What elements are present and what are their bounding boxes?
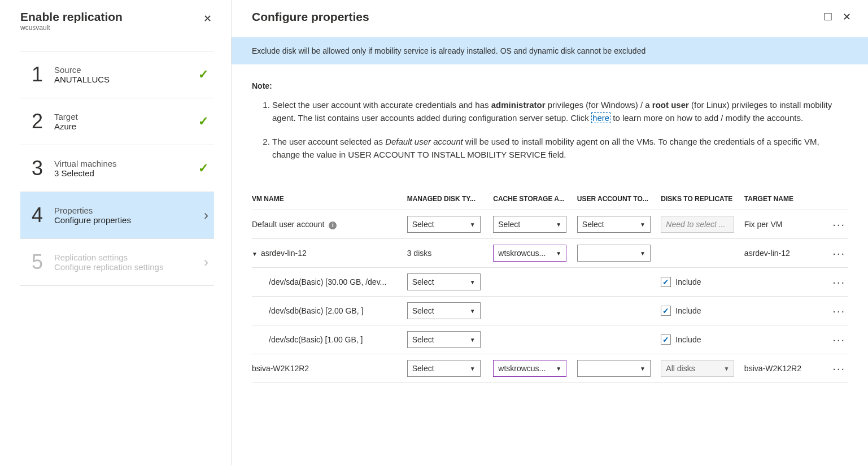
- checkmark-icon: ✓: [198, 161, 214, 176]
- user-account-select[interactable]: ▼: [577, 360, 651, 377]
- step-label: Target: [54, 112, 198, 121]
- blade-title: Enable replication: [20, 10, 201, 24]
- th-target-name: TARGET NAME: [744, 188, 825, 210]
- note-area: Note: Select the user account with accur…: [232, 64, 868, 177]
- user-account-select[interactable]: Select▼: [577, 216, 651, 233]
- table-row-vm: bsiva-W2K12R2 Select▼ wtskrowcus...▼ ▼ A…: [252, 354, 848, 383]
- disks-replicate-placeholder: Need to select ...: [661, 216, 734, 233]
- chevron-down-icon: ▼: [723, 366, 729, 372]
- chevron-down-icon: ▼: [470, 279, 476, 285]
- note-title: Note:: [252, 81, 839, 90]
- th-user-account: USER ACCOUNT TO...: [577, 188, 661, 210]
- checkmark-icon: ✓: [198, 114, 214, 129]
- managed-disk-select[interactable]: Select▼: [407, 273, 481, 290]
- chevron-down-icon: ▼: [640, 366, 645, 372]
- table-row-default: Default user account i Select▼ Select▼ S…: [252, 210, 848, 239]
- right-panel: Configure properties ☐ ✕ Exclude disk wi…: [232, 0, 868, 465]
- cache-storage-select[interactable]: wtskrowcus...▼: [493, 360, 566, 377]
- right-header: Configure properties ☐ ✕: [232, 0, 868, 37]
- step-number: 3: [32, 157, 54, 180]
- chevron-down-icon: ▼: [470, 308, 476, 314]
- note-item-2: The user account selected as Default use…: [272, 135, 839, 162]
- chevron-right-icon: ›: [204, 207, 214, 223]
- step-value: Configure properties: [54, 215, 204, 225]
- step-label: Replication settings: [54, 253, 204, 262]
- target-name: bsiva-W2K12R2: [744, 354, 825, 383]
- step-label: Virtual machines: [54, 159, 198, 168]
- step-number: 2: [32, 110, 54, 133]
- managed-disk-select[interactable]: Select▼: [407, 216, 481, 233]
- vm-name: Default user account: [252, 220, 324, 229]
- include-label: Include: [675, 306, 701, 315]
- target-name: asrdev-lin-12: [744, 239, 825, 268]
- include-checkbox[interactable]: ✓: [661, 334, 671, 345]
- expand-caret-icon[interactable]: ▼: [252, 251, 258, 257]
- chevron-down-icon: ▼: [556, 250, 561, 257]
- step-value: 3 Selected: [54, 168, 198, 178]
- more-actions-icon[interactable]: ···: [825, 297, 848, 325]
- include-checkbox[interactable]: ✓: [661, 306, 671, 316]
- step-properties[interactable]: 4 Properties Configure properties ›: [20, 192, 214, 238]
- step-target[interactable]: 2 Target Azure ✓: [20, 98, 214, 145]
- user-account-select[interactable]: ▼: [577, 245, 651, 262]
- more-actions-icon[interactable]: ···: [825, 210, 848, 239]
- steps-list: 1 Source ANUTALLUCS ✓ 2 Target Azure ✓ 3…: [0, 51, 231, 286]
- maximize-icon[interactable]: ☐: [813, 11, 832, 23]
- include-checkbox[interactable]: ✓: [661, 277, 671, 287]
- table-row-vm: ▼asrdev-lin-12 3 disks wtskrowcus...▼ ▼ …: [252, 239, 848, 268]
- managed-disk-text: 3 disks: [407, 239, 494, 268]
- table-row-disk: /dev/sdb(Basic) [2.00 GB, ] Select▼ ✓Inc…: [252, 297, 848, 325]
- managed-disk-select[interactable]: Select▼: [407, 331, 481, 348]
- step-value: Azure: [54, 121, 198, 131]
- th-managed-disk: MANAGED DISK TY...: [407, 188, 494, 210]
- table-row-disk: /dev/sda(Basic) [30.00 GB, /dev... Selec…: [252, 268, 848, 297]
- left-panel: Enable replication wcusvault ✕ 1 Source …: [0, 0, 232, 465]
- chevron-down-icon: ▼: [640, 250, 645, 257]
- step-number: 1: [32, 63, 54, 86]
- info-banner: Exclude disk will be allowed only if mob…: [232, 37, 868, 64]
- chevron-down-icon: ▼: [470, 221, 476, 228]
- close-icon[interactable]: ✕: [832, 11, 851, 23]
- step-number: 5: [32, 250, 54, 274]
- table-row-disk: /dev/sdc(Basic) [1.00 GB, ] Select▼ ✓Inc…: [252, 325, 848, 354]
- more-actions-icon[interactable]: ···: [825, 239, 848, 268]
- cache-storage-select[interactable]: Select▼: [493, 216, 566, 233]
- step-source[interactable]: 1 Source ANUTALLUCS ✓: [20, 51, 214, 98]
- more-actions-icon[interactable]: ···: [825, 325, 848, 354]
- note-list: Select the user account with accurate cr…: [252, 98, 839, 161]
- chevron-down-icon: ▼: [640, 221, 645, 228]
- disk-name: /dev/sdb(Basic) [2.00 GB, ]: [252, 297, 407, 325]
- vm-name: asrdev-lin-12: [261, 249, 307, 258]
- disk-name: /dev/sdc(Basic) [1.00 GB, ]: [252, 325, 407, 354]
- step-value: ANUTALLUCS: [54, 75, 198, 84]
- target-name: Fix per VM: [744, 210, 825, 239]
- th-vm-name: VM NAME: [252, 188, 407, 210]
- vm-table-area: VM NAME MANAGED DISK TY... CACHE STORAGE…: [232, 177, 868, 383]
- step-value: Configure replication settings: [54, 262, 204, 272]
- page-title: Configure properties: [252, 10, 813, 24]
- managed-disk-select[interactable]: Select▼: [407, 360, 481, 377]
- more-actions-icon[interactable]: ···: [825, 268, 848, 297]
- step-replication-settings[interactable]: 5 Replication settings Configure replica…: [20, 238, 214, 286]
- chevron-down-icon: ▼: [470, 366, 476, 372]
- checkmark-icon: ✓: [198, 67, 214, 82]
- close-icon[interactable]: ✕: [201, 10, 214, 27]
- th-disks-replicate: DISKS TO REPLICATE: [661, 188, 744, 210]
- blade-subtitle: wcusvault: [20, 24, 201, 32]
- include-label: Include: [675, 277, 701, 286]
- info-icon[interactable]: i: [329, 221, 337, 229]
- chevron-down-icon: ▼: [470, 337, 476, 343]
- vm-name: bsiva-W2K12R2: [252, 354, 407, 383]
- managed-disk-select[interactable]: Select▼: [407, 302, 481, 319]
- left-header: Enable replication wcusvault ✕: [0, 0, 231, 37]
- here-link[interactable]: here: [591, 112, 610, 123]
- disks-replicate-select[interactable]: All disks▼: [661, 360, 734, 377]
- chevron-down-icon: ▼: [556, 221, 561, 228]
- table-header-row: VM NAME MANAGED DISK TY... CACHE STORAGE…: [252, 188, 848, 210]
- step-virtual-machines[interactable]: 3 Virtual machines 3 Selected ✓: [20, 145, 214, 192]
- vm-table: VM NAME MANAGED DISK TY... CACHE STORAGE…: [252, 188, 848, 383]
- step-number: 4: [32, 203, 54, 227]
- th-cache-storage: CACHE STORAGE A...: [493, 188, 577, 210]
- cache-storage-select[interactable]: wtskrowcus...▼: [493, 245, 566, 262]
- more-actions-icon[interactable]: ···: [825, 354, 848, 383]
